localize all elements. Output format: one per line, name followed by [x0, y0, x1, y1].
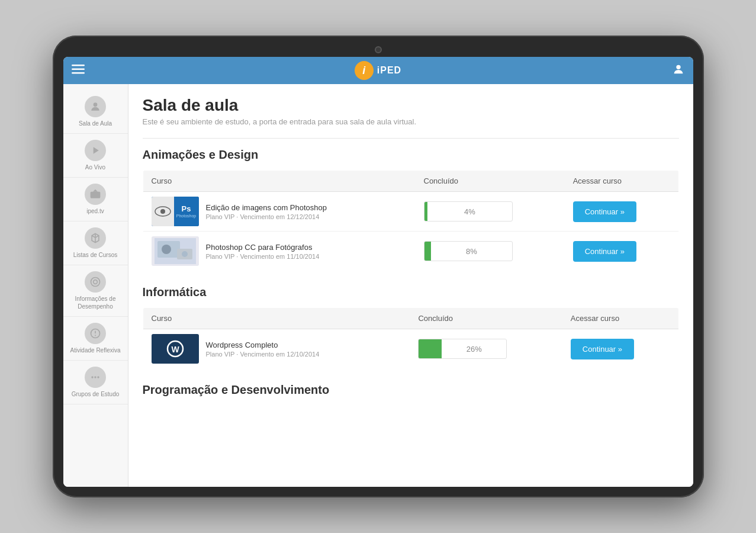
ao-vivo-icon [85, 140, 106, 161]
svg-rect-2 [72, 72, 85, 74]
course-info-photoshop-cc: Photoshop CC para Fotógrafos Plano VIP ·… [206, 243, 320, 260]
svg-point-19 [162, 245, 171, 254]
table-row: Photoshop CC para Fotógrafos Plano VIP ·… [143, 232, 678, 271]
sidebar-item-atividade[interactable]: Atividade Reflexiva [63, 317, 128, 361]
progress-cell-photoshop-cc: 8% [416, 232, 565, 271]
course-row-inner: Ps Photoshop Edição de imagens com Photo… [152, 197, 407, 226]
svg-point-12 [91, 376, 93, 378]
svg-point-3 [676, 65, 680, 69]
course-meta: Plano VIP · Vencimento em 12/12/2014 [206, 213, 327, 220]
course-name: Wordpress Completo [206, 341, 320, 349]
course-info-wordpress: Wordpress Completo Plano VIP · Venciment… [206, 341, 320, 358]
course-cell: Photoshop CC para Fotógrafos Plano VIP ·… [143, 232, 416, 271]
progress-label: 26% [442, 345, 507, 354]
table-header-row: Curso Concluído Acessar curso [143, 171, 678, 192]
logo-icon: i [355, 61, 374, 80]
svg-point-8 [94, 280, 98, 284]
atividade-icon [85, 323, 106, 344]
svg-rect-6 [91, 192, 101, 198]
action-cell-wordpress: Continuar » [562, 329, 678, 369]
informacoes-icon [85, 271, 106, 293]
course-info-photoshop: Edição de imagens com Photoshop Plano VI… [206, 203, 327, 220]
action-cell-photoshop-cc: Continuar » [565, 232, 678, 271]
svg-point-16 [160, 209, 165, 214]
svg-point-21 [182, 251, 188, 257]
progress-bar-wordpress: 26% [418, 339, 507, 359]
section-title-programacao: Programação e Desenvolvimento [143, 383, 679, 397]
progress-fill [419, 339, 441, 358]
informatica-table: Curso Concluído Acessar curso [143, 307, 679, 369]
svg-rect-0 [72, 65, 85, 66]
sidebar-label-grupos: Grupos de Estudo [72, 390, 120, 398]
user-icon[interactable] [672, 63, 685, 79]
col-concluido-1: Concluído [416, 171, 565, 192]
sidebar-item-ao-vivo[interactable]: Ao Vivo [63, 134, 128, 178]
course-cell: Ps Photoshop Edição de imagens com Photo… [143, 192, 416, 232]
camera [375, 46, 382, 53]
menu-icon[interactable] [72, 65, 85, 77]
progress-bar-photoshop: 4% [424, 201, 513, 221]
sidebar-label-ao-vivo: Ao Vivo [85, 163, 105, 171]
progress-label: 8% [431, 247, 511, 256]
continuar-button-photoshop[interactable]: Continuar » [573, 201, 636, 222]
course-row-inner: W Wordpress Completo Plano VIP · Vencime… [152, 334, 402, 364]
col-curso-2: Curso [143, 308, 410, 329]
progress-label: 4% [427, 207, 511, 216]
progress-cell-photoshop: 4% [416, 192, 565, 232]
svg-point-13 [94, 376, 96, 378]
course-name: Edição de imagens com Photoshop [206, 203, 327, 212]
continuar-button-photoshop-cc[interactable]: Continuar » [573, 241, 636, 262]
main-area: Sala de Aula Ao Vivo iped.tv [63, 84, 693, 487]
divider-1 [143, 138, 679, 139]
sidebar-label-informacoes: Informações de Desempenho [67, 295, 124, 310]
table-row: W Wordpress Completo Plano VIP · Vencime… [143, 329, 678, 369]
table-header-row: Curso Concluído Acessar curso [143, 308, 678, 329]
course-meta: Plano VIP · Vencimento em 11/10/2014 [206, 253, 320, 260]
sidebar-item-iped-tv[interactable]: iped.tv [63, 178, 128, 221]
svg-marker-5 [94, 147, 99, 154]
sidebar-label-sala-de-aula: Sala de Aula [79, 120, 112, 127]
listas-cursos-icon [85, 227, 106, 249]
svg-text:W: W [171, 345, 179, 354]
course-meta: Plano VIP · Vencimento em 12/10/2014 [206, 351, 320, 358]
svg-point-4 [94, 102, 98, 107]
tablet-screen: i iPED Sala de Aula [63, 57, 693, 487]
photoshop-cc-thumb [152, 236, 199, 266]
sidebar-item-grupos[interactable]: Grupos de Estudo [63, 361, 128, 404]
table-row: Ps Photoshop Edição de imagens com Photo… [143, 192, 678, 232]
photoshop-thumb: Ps Photoshop [152, 197, 199, 226]
col-acessar-2: Acessar curso [562, 308, 678, 329]
sidebar: Sala de Aula Ao Vivo iped.tv [63, 84, 128, 487]
svg-point-7 [91, 278, 100, 287]
svg-rect-1 [72, 68, 85, 70]
sidebar-label-listas-cursos: Listas de Cursos [73, 251, 117, 259]
tablet-device: i iPED Sala de Aula [53, 36, 704, 497]
sidebar-label-iped-tv: iped.tv [86, 207, 104, 215]
section-title-informatica: Informática [143, 285, 679, 299]
col-concluido-2: Concluído [410, 308, 562, 329]
sidebar-item-informacoes[interactable]: Informações de Desempenho [63, 265, 128, 317]
col-curso-1: Curso [143, 171, 416, 192]
logo-text: iPED [377, 65, 401, 76]
sala-de-aula-icon [85, 96, 106, 117]
progress-cell-wordpress: 26% [410, 329, 562, 369]
header: i iPED [63, 57, 693, 84]
progress-bar-photoshop-cc: 8% [424, 241, 513, 261]
content-area: Sala de aula Este é seu ambiente de estu… [128, 84, 693, 487]
sidebar-label-atividade: Atividade Reflexiva [70, 346, 120, 354]
page-title: Sala de aula [143, 96, 679, 115]
action-cell-photoshop: Continuar » [565, 192, 678, 232]
svg-point-14 [97, 376, 99, 378]
animacoes-table: Curso Concluído Acessar curso [143, 170, 679, 271]
grupos-icon [85, 367, 106, 388]
progress-fill [424, 242, 432, 261]
sidebar-item-sala-de-aula[interactable]: Sala de Aula [63, 90, 128, 134]
continuar-button-wordpress[interactable]: Continuar » [571, 339, 634, 359]
sidebar-item-listas-cursos[interactable]: Listas de Cursos [63, 221, 128, 265]
iped-tv-icon [85, 184, 106, 205]
course-name: Photoshop CC para Fotógrafos [206, 243, 320, 252]
course-row-inner: Photoshop CC para Fotógrafos Plano VIP ·… [152, 236, 407, 266]
course-cell: W Wordpress Completo Plano VIP · Vencime… [143, 329, 410, 369]
col-acessar-1: Acessar curso [565, 171, 678, 192]
header-logo: i iPED [355, 61, 401, 80]
